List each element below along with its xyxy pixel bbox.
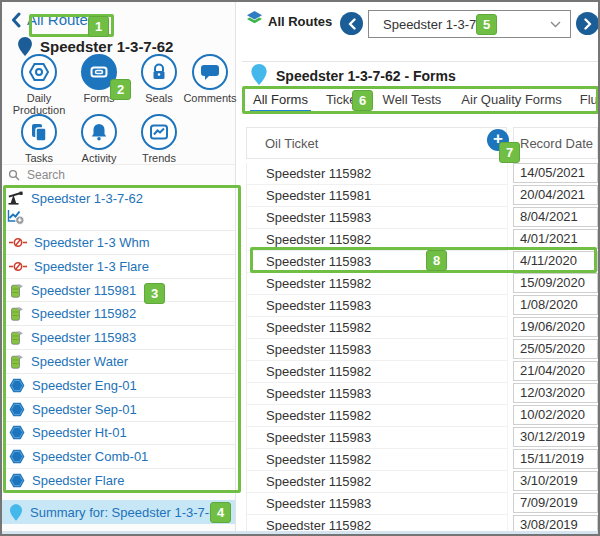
- tree-item-label: Speedster 115982: [31, 306, 136, 321]
- search-icon: [8, 169, 20, 181]
- annotation-badge-4: 4: [210, 502, 231, 523]
- record-date-cell[interactable]: 8/04/2021: [513, 207, 598, 227]
- table-row[interactable]: Speedster 115982: [247, 449, 508, 471]
- table-row[interactable]: Speedster 115982: [247, 273, 508, 295]
- back-chevron-icon[interactable]: [10, 12, 21, 28]
- forms-header-title: Speedster 1-3-7-62 - Forms: [276, 68, 456, 84]
- tree-item[interactable]: Speedster 1-3-7-62: [2, 185, 235, 231]
- chevron-down-icon: [550, 21, 561, 28]
- table-row[interactable]: Speedster 115982: [247, 163, 508, 185]
- meter-icon: [9, 261, 27, 272]
- route-next-button[interactable]: [576, 12, 599, 35]
- table-row[interactable]: Speedster 115982: [247, 361, 508, 383]
- right-panel: All Routes Speedster 1-3-7-62 Speedster …: [242, 2, 600, 534]
- annotation-badge-7: 7: [499, 142, 520, 163]
- table-row[interactable]: Speedster 115983: [247, 493, 508, 515]
- app-window: All Routes Speedster 1-3-7-62 Daily Prod…: [0, 0, 600, 536]
- tab-air-quality-forms[interactable]: Air Quality Forms: [458, 90, 564, 113]
- map-pin-icon: [251, 64, 267, 85]
- record-date-cell[interactable]: 1/08/2020: [513, 295, 598, 315]
- tree-item[interactable]: Speedster 115983: [2, 326, 235, 350]
- record-date-cell[interactable]: 19/06/2020: [513, 317, 598, 337]
- comments-bubble-icon: [192, 54, 228, 90]
- tank-icon: [9, 283, 24, 298]
- trends-chart-icon: [141, 114, 177, 150]
- trend-notification-icon: [7, 209, 25, 225]
- record-date-column: 14/05/2021 20/04/2021 8/04/2021 4/01/202…: [513, 163, 598, 536]
- table-row[interactable]: Speedster 115982: [247, 471, 508, 493]
- record-date-cell[interactable]: 20/04/2021: [513, 185, 598, 205]
- record-date-cell[interactable]: 4/11/2020: [513, 251, 598, 271]
- hexagon-icon: [9, 449, 25, 464]
- left-panel-title: Speedster 1-3-7-62: [40, 38, 173, 55]
- record-date-cell[interactable]: 30/12/2019: [513, 427, 598, 447]
- annotation-badge-5: 5: [476, 14, 497, 35]
- hexagon-icon: [9, 473, 25, 488]
- tree-item-label: Speedster 1-3 Flare: [34, 259, 149, 274]
- column-header-record-date[interactable]: Record Date: [513, 127, 598, 159]
- nav-item-tasks[interactable]: Tasks: [8, 114, 70, 164]
- seals-lock-icon: [141, 54, 177, 90]
- table-row[interactable]: Speedster 115983: [247, 383, 508, 405]
- hexagon-icon: [9, 425, 25, 440]
- tab-well-tests[interactable]: Well Tests: [380, 90, 445, 113]
- tasks-clipboard-icon: [21, 114, 57, 150]
- tab-all-forms[interactable]: All Forms: [250, 90, 311, 113]
- table-row[interactable]: Speedster 115981: [247, 185, 508, 207]
- nav-item-comments[interactable]: Comments: [182, 54, 238, 104]
- summary-row[interactable]: Summary for: Speedster 1-3-7-62: [2, 500, 235, 524]
- nav-item-trends[interactable]: Trends: [130, 114, 188, 164]
- record-date-cell[interactable]: 25/05/2020: [513, 339, 598, 359]
- table-row[interactable]: Speedster 115983: [247, 339, 508, 361]
- table-row[interactable]: Speedster 115983: [247, 207, 508, 229]
- tree-item[interactable]: Speedster 1-3 Whm: [2, 231, 235, 255]
- all-routes-link[interactable]: All Routes: [27, 11, 95, 28]
- record-date-cell[interactable]: 10/02/2020: [513, 405, 598, 425]
- nav-item-daily-production[interactable]: Daily Production: [8, 54, 70, 116]
- record-date-cell[interactable]: 14/05/2021: [513, 163, 598, 183]
- record-date-cell[interactable]: 12/03/2020: [513, 383, 598, 403]
- search-box: [2, 164, 235, 185]
- record-date-cell[interactable]: 21/04/2020: [513, 361, 598, 381]
- table-row[interactable]: Speedster 115983: [247, 251, 508, 273]
- tree-item[interactable]: Speedster Ht-01: [2, 422, 235, 446]
- entity-selector-dropdown[interactable]: Speedster 1-3-7-62: [368, 10, 571, 38]
- record-date-cell[interactable]: 4/01/2021: [513, 229, 598, 249]
- tab-fluid-levels[interactable]: Fluid Leve: [577, 90, 600, 113]
- tank-icon: [9, 306, 24, 321]
- nav-item-activity[interactable]: Activity: [68, 114, 130, 164]
- back-nav[interactable]: All Routes: [10, 11, 95, 28]
- table-row[interactable]: Speedster 115982: [247, 229, 508, 251]
- search-input[interactable]: [25, 167, 209, 183]
- tree-item[interactable]: Speedster 115982: [2, 302, 235, 326]
- entity-tree: Speedster 1-3-7-62 Speedster 1-3 Whm Spe…: [2, 185, 235, 493]
- tree-item[interactable]: Speedster Water: [2, 350, 235, 374]
- table-row[interactable]: Speedster 115983: [247, 427, 508, 449]
- tree-item[interactable]: Speedster Comb-01: [2, 445, 235, 469]
- table-row[interactable]: Speedster 115983: [247, 295, 508, 317]
- divider: [242, 61, 600, 62]
- column-header-oil-ticket[interactable]: Oil Ticket: [246, 127, 507, 159]
- record-date-cell[interactable]: 7/09/2019: [513, 493, 598, 513]
- tree-item-label: Speedster Sep-01: [32, 402, 137, 417]
- record-date-cell[interactable]: 3/10/2019: [513, 471, 598, 491]
- tree-item-label: Speedster Flare: [32, 473, 125, 488]
- tree-item-label: Speedster 1-3 Whm: [34, 235, 150, 250]
- tree-item[interactable]: Speedster 1-3 Flare: [2, 255, 235, 279]
- tree-item[interactable]: Speedster Sep-01: [2, 398, 235, 422]
- oil-ticket-column: Speedster 115982 Speedster 115981 Speeds…: [246, 163, 508, 536]
- tree-item-label: Speedster Eng-01: [32, 378, 137, 393]
- tree-item[interactable]: Speedster Eng-01: [2, 374, 235, 398]
- table-row[interactable]: Speedster 115982: [247, 317, 508, 339]
- record-date-cell[interactable]: 15/11/2019: [513, 449, 598, 469]
- route-prev-button[interactable]: [340, 12, 363, 35]
- nav-label: Activity: [68, 152, 130, 164]
- table-row[interactable]: Speedster 115982: [247, 405, 508, 427]
- annotation-badge-3: 3: [144, 283, 165, 304]
- record-date-cell[interactable]: 15/09/2020: [513, 273, 598, 293]
- tree-item[interactable]: Speedster 115981: [2, 279, 235, 303]
- forms-tabbar: All Forms Tickets Well Tests Air Quality…: [242, 89, 600, 113]
- hexagon-icon: [9, 402, 25, 417]
- tree-item[interactable]: Speedster Flare: [2, 469, 235, 493]
- window-bottom-strip: [2, 531, 598, 534]
